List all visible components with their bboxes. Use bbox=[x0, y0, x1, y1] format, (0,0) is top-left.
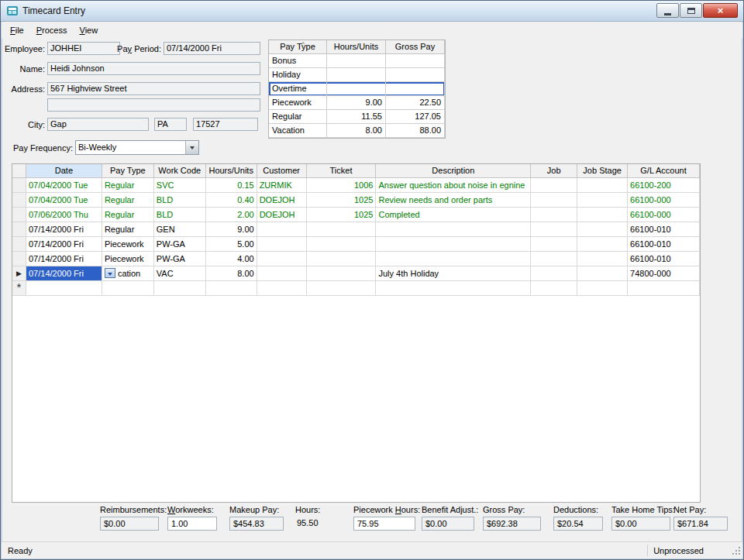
cell-description[interactable]: Review needs and order parts bbox=[376, 193, 531, 208]
reimbursements-field[interactable]: $0.00 bbox=[100, 517, 159, 531]
cell-g-l-account[interactable]: 66100-000 bbox=[628, 193, 700, 208]
cell-work-code[interactable]: PW-GA bbox=[154, 237, 206, 252]
pay-summary-row[interactable]: Holiday bbox=[269, 68, 445, 82]
cell-work-code[interactable]: VAC bbox=[154, 266, 206, 281]
cell-job-stage[interactable] bbox=[577, 193, 628, 208]
summary-cell-pay-type[interactable]: Bonus bbox=[269, 54, 327, 68]
cell-date[interactable]: 07/14/2000 Fri bbox=[26, 222, 102, 237]
cell-pay-type[interactable]: cation bbox=[102, 266, 154, 281]
cell-g-l-account[interactable]: 66100-000 bbox=[628, 208, 700, 222]
cell-work-code[interactable]: GEN bbox=[154, 222, 206, 237]
zip-field[interactable]: 17527 bbox=[193, 118, 258, 131]
cell-job-stage[interactable] bbox=[577, 222, 628, 237]
cell-description[interactable] bbox=[376, 222, 531, 237]
column-header-customer[interactable]: Customer bbox=[257, 164, 307, 178]
close-button[interactable]: × bbox=[703, 3, 738, 18]
column-header-pay-type[interactable]: Pay Type bbox=[102, 164, 154, 178]
summary-cell-pay-type[interactable]: Piecework bbox=[269, 96, 327, 110]
cell-work-code[interactable]: BLD bbox=[154, 193, 206, 208]
cell-job-stage[interactable] bbox=[577, 281, 628, 296]
cell-ticket[interactable]: 1006 bbox=[307, 178, 377, 193]
cell-job[interactable] bbox=[531, 222, 577, 237]
cell-pay-type[interactable]: Regular bbox=[102, 222, 154, 237]
menu-view[interactable]: View bbox=[74, 23, 105, 37]
cell-date[interactable]: 07/06/2000 Thu bbox=[26, 208, 102, 222]
cell-job[interactable] bbox=[531, 252, 577, 266]
summary-column-header-pay-type[interactable]: Pay Type ^ bbox=[269, 40, 327, 54]
workweeks-field[interactable]: 1.00 bbox=[167, 517, 217, 531]
cell-g-l-account[interactable] bbox=[628, 281, 700, 296]
cell-hours-units[interactable]: 8.00 bbox=[206, 266, 257, 281]
benefit-adjust-field[interactable]: $0.00 bbox=[422, 517, 474, 531]
cell-date[interactable] bbox=[26, 281, 102, 296]
cell-hours-units[interactable] bbox=[206, 281, 257, 296]
column-header-description[interactable]: Description bbox=[376, 164, 531, 178]
cell-description[interactable] bbox=[376, 237, 531, 252]
cell-date[interactable]: 07/14/2000 Fri bbox=[26, 266, 102, 281]
cell-customer[interactable] bbox=[257, 222, 307, 237]
cell-date[interactable]: 07/04/2000 Tue bbox=[26, 193, 102, 208]
cell-pay-type[interactable]: Piecework bbox=[102, 252, 154, 266]
cell-job[interactable] bbox=[531, 193, 577, 208]
summary-cell-pay-type[interactable]: Overtime bbox=[269, 82, 327, 96]
cell-hours-units[interactable]: 4.00 bbox=[206, 252, 257, 266]
cell-description[interactable]: Completed bbox=[376, 208, 531, 222]
cell-job[interactable] bbox=[531, 266, 577, 281]
column-header-job-stage[interactable]: Job Stage bbox=[577, 164, 628, 178]
take-home-tips-field[interactable]: $0.00 bbox=[611, 517, 670, 531]
cell-job[interactable] bbox=[531, 281, 577, 296]
summary-cell-pay-type[interactable]: Holiday bbox=[269, 68, 327, 82]
summary-cell-gross-pay[interactable] bbox=[386, 54, 445, 68]
cell-job[interactable] bbox=[531, 237, 577, 252]
cell-pay-type[interactable]: Piecework bbox=[102, 237, 154, 252]
cell-hours-units[interactable]: 2.00 bbox=[206, 208, 257, 222]
cell-hours-units[interactable]: 0.15 bbox=[206, 178, 257, 193]
summary-cell-gross-pay[interactable] bbox=[386, 82, 445, 96]
new-row-marker[interactable]: * bbox=[12, 281, 26, 296]
cell-ticket[interactable]: 1025 bbox=[307, 193, 377, 208]
pay-summary-row[interactable]: Piecework9.0022.50 bbox=[269, 96, 445, 110]
cell-hours-units[interactable]: 5.00 bbox=[206, 237, 257, 252]
summary-cell-hours-units[interactable] bbox=[327, 82, 386, 96]
cell-pay-type[interactable]: Regular bbox=[102, 178, 154, 193]
cell-date[interactable]: 07/14/2000 Fri bbox=[26, 252, 102, 266]
cell-customer[interactable] bbox=[257, 266, 307, 281]
cell-job-stage[interactable] bbox=[577, 266, 628, 281]
cell-customer[interactable]: DOEJOH bbox=[257, 193, 307, 208]
cell-customer[interactable] bbox=[257, 281, 307, 296]
summary-cell-pay-type[interactable]: Regular bbox=[269, 110, 327, 124]
pay-period-field[interactable]: 07/14/2000 Fri bbox=[164, 42, 260, 55]
cell-customer[interactable]: ZURMIK bbox=[257, 178, 307, 193]
summary-cell-hours-units[interactable] bbox=[327, 68, 386, 82]
name-field[interactable]: Heidi Johnson bbox=[47, 62, 260, 75]
column-header-work-code[interactable]: Work Code bbox=[154, 164, 206, 178]
cell-g-l-account[interactable]: 66100-010 bbox=[628, 237, 700, 252]
cell-work-code[interactable]: BLD bbox=[154, 208, 206, 222]
address-field[interactable]: 567 Highview Street bbox=[47, 82, 260, 95]
maximize-button[interactable] bbox=[680, 3, 702, 18]
pay-summary-row[interactable]: Regular11.55127.05 bbox=[269, 110, 445, 124]
summary-cell-gross-pay[interactable] bbox=[386, 68, 445, 82]
row-selector[interactable] bbox=[12, 252, 26, 266]
summary-cell-hours-units[interactable] bbox=[327, 54, 386, 68]
row-selector[interactable] bbox=[12, 237, 26, 252]
cell-ticket[interactable] bbox=[307, 222, 377, 237]
minimize-button[interactable] bbox=[656, 3, 679, 18]
cell-ticket[interactable] bbox=[307, 281, 377, 296]
cell-work-code[interactable]: SVC bbox=[154, 178, 206, 193]
column-header-hours-units[interactable]: Hours/Units bbox=[206, 164, 257, 178]
column-header-ticket[interactable]: Ticket bbox=[307, 164, 377, 178]
cell-pay-type[interactable] bbox=[102, 281, 154, 296]
cell-customer[interactable] bbox=[257, 252, 307, 266]
cell-pay-type[interactable]: Regular bbox=[102, 193, 154, 208]
employee-field[interactable]: JOHHEI bbox=[47, 42, 120, 55]
cell-g-l-account[interactable]: 74800-000 bbox=[628, 266, 700, 281]
pay-frequency-dropdown-button[interactable] bbox=[185, 141, 198, 154]
column-header-date[interactable]: Date bbox=[26, 164, 102, 178]
cell-g-l-account[interactable]: 66100-200 bbox=[628, 178, 700, 193]
pay-summary-row[interactable]: Bonus bbox=[269, 54, 445, 68]
summary-cell-gross-pay[interactable]: 88.00 bbox=[386, 124, 445, 138]
cell-job[interactable] bbox=[531, 178, 577, 193]
row-selector[interactable] bbox=[12, 222, 26, 237]
pay-summary-row[interactable]: Vacation8.0088.00 bbox=[269, 124, 445, 138]
